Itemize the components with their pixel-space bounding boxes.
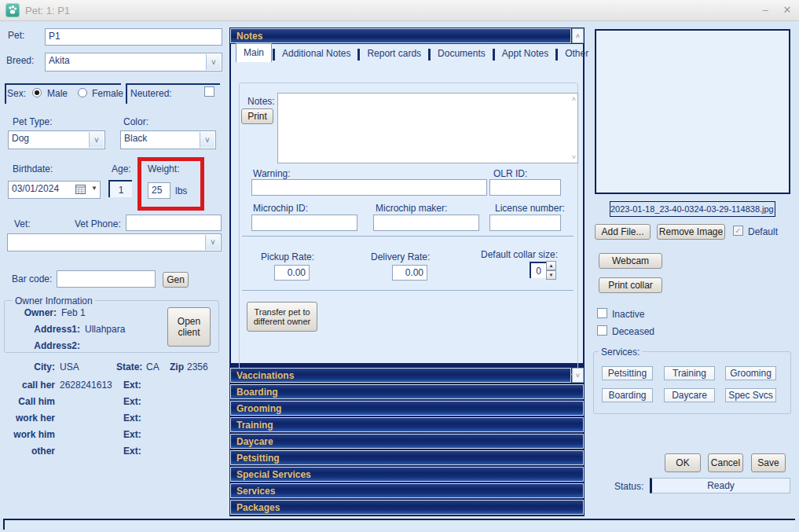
breed-label: Breed: xyxy=(6,55,34,66)
cancel-button[interactable]: Cancel xyxy=(708,453,743,472)
warning-input[interactable] xyxy=(251,179,487,196)
transfer-pet-button[interactable]: Transfer pet to different owner xyxy=(247,302,317,332)
default-label: Default xyxy=(748,226,778,237)
services-groupbox xyxy=(593,351,791,414)
chevron-down-icon[interactable]: ˅ xyxy=(89,132,104,148)
male-radio[interactable] xyxy=(32,88,42,97)
section-special-services[interactable]: Special Services xyxy=(230,467,584,482)
chevron-down-icon[interactable]: ˅ xyxy=(206,54,221,70)
bar-code-input[interactable] xyxy=(57,270,156,288)
breed-value: Akita xyxy=(49,55,70,66)
scroll-down-icon[interactable]: ˅ xyxy=(572,368,584,383)
section-services[interactable]: Services xyxy=(230,483,584,498)
zip-label: Zip xyxy=(170,361,184,372)
pet-name-input[interactable]: P1 xyxy=(45,28,222,46)
scroll-up-icon[interactable]: ˄ xyxy=(572,95,576,103)
male-label: Male xyxy=(47,88,68,99)
color-select[interactable]: Black ˅ xyxy=(120,130,216,149)
phone-row-ext: Ext: xyxy=(123,396,141,407)
service-spec-svcs-button[interactable]: Spec Svcs xyxy=(725,388,776,402)
add-file-button[interactable]: Add File... xyxy=(595,224,651,240)
chevron-down-icon[interactable]: ▼ xyxy=(91,185,97,192)
tab-main[interactable]: Main xyxy=(236,43,272,62)
save-button[interactable]: Save xyxy=(751,453,786,472)
phone-row-ext: Ext: xyxy=(123,380,141,391)
section-vaccinations[interactable]: Vaccinations xyxy=(230,368,571,383)
section-boarding[interactable]: Boarding xyxy=(230,384,584,399)
status-label: Status: xyxy=(614,481,643,492)
microchip-maker-input[interactable] xyxy=(373,215,479,231)
deceased-label: Deceased xyxy=(612,326,654,337)
vet-phone-label: Vet Phone: xyxy=(75,218,121,229)
pickup-rate-input[interactable]: 0.00 xyxy=(274,265,310,281)
vet-select[interactable]: ˅ xyxy=(7,233,222,251)
collar-size-input[interactable]: 0 xyxy=(530,262,546,278)
section-daycare[interactable]: Daycare xyxy=(230,434,584,449)
collapsed-bottom-panel xyxy=(3,519,795,530)
webcam-button[interactable]: Webcam xyxy=(599,253,662,269)
state-value: CA xyxy=(146,361,159,372)
minimize-icon[interactable]: – xyxy=(757,2,773,17)
microchip-id-label: Microchip ID: xyxy=(253,203,308,214)
spinner-up-icon[interactable]: ▲ xyxy=(546,261,556,270)
scroll-down-icon[interactable]: ˅ xyxy=(572,153,576,161)
status-value: Ready xyxy=(650,478,790,493)
service-boarding-button[interactable]: Boarding xyxy=(602,388,653,402)
chevron-down-icon[interactable]: ˅ xyxy=(200,132,214,148)
license-number-label: License number: xyxy=(495,203,565,214)
tab-separator xyxy=(493,49,495,61)
spinner-down-icon[interactable]: ▼ xyxy=(546,270,556,280)
olr-id-label: OLR ID: xyxy=(493,168,527,179)
tab-report-cards[interactable]: Report cards xyxy=(361,46,427,62)
open-client-button[interactable]: Open client xyxy=(167,307,211,347)
tab-additional-notes[interactable]: Additional Notes xyxy=(276,46,357,62)
print-button[interactable]: Print xyxy=(241,108,273,124)
female-radio[interactable] xyxy=(78,88,87,97)
address1-label: Address1: xyxy=(6,324,80,335)
phone-row-label: other xyxy=(6,446,55,457)
default-checkbox[interactable]: ✓ xyxy=(733,226,743,236)
close-icon[interactable]: ✕ xyxy=(779,2,795,17)
notes-textarea[interactable]: ˄ ˅ xyxy=(277,93,578,163)
scroll-up-icon[interactable]: ˄ xyxy=(572,28,584,43)
image-filename-input[interactable]: 2023-01-18_23-40-0324-03-29-114838.jpg xyxy=(610,201,775,217)
gen-button[interactable]: Gen xyxy=(163,272,189,288)
owner-info-legend: Owner Information xyxy=(13,295,95,306)
color-label: Color: xyxy=(123,116,148,127)
notes-tab-bar: Main Additional Notes Report cards Docum… xyxy=(236,46,599,62)
section-training[interactable]: Training xyxy=(230,417,584,432)
section-packages[interactable]: Packages xyxy=(230,500,584,515)
delivery-rate-input[interactable]: 0.00 xyxy=(392,265,427,281)
weight-input[interactable]: 25 xyxy=(148,182,170,199)
section-petsitting[interactable]: Petsitting xyxy=(230,450,584,465)
section-grooming[interactable]: Grooming xyxy=(230,401,584,416)
remove-image-button[interactable]: Remove Image xyxy=(657,224,725,240)
window-title: Pet: 1: P1 xyxy=(25,5,70,17)
vet-phone-input[interactable] xyxy=(126,215,222,231)
microchip-id-input[interactable] xyxy=(251,215,357,231)
tab-appt-notes[interactable]: Appt Notes xyxy=(496,46,555,62)
breed-select[interactable]: Akita ˅ xyxy=(45,53,222,72)
service-daycare-button[interactable]: Daycare xyxy=(664,388,715,402)
birthdate-input[interactable]: 03/01/2024 ▼ xyxy=(8,181,101,199)
neutered-checkbox[interactable] xyxy=(204,86,214,97)
service-grooming-button[interactable]: Grooming xyxy=(725,366,776,380)
notes-section-header[interactable]: Notes xyxy=(230,28,571,43)
tab-other[interactable]: Other xyxy=(559,46,595,62)
service-petsitting-button[interactable]: Petsitting xyxy=(602,366,653,380)
warning-label: Warning: xyxy=(253,168,291,179)
olr-id-input[interactable] xyxy=(489,179,561,196)
pet-type-select[interactable]: Dog ˅ xyxy=(8,130,105,149)
chevron-down-icon[interactable]: ˅ xyxy=(205,235,220,250)
inactive-label: Inactive xyxy=(612,309,644,320)
inactive-checkbox[interactable] xyxy=(597,308,607,318)
service-training-button[interactable]: Training xyxy=(664,366,715,380)
pet-label: Pet: xyxy=(8,30,24,41)
print-collar-button[interactable]: Print collar xyxy=(599,277,662,293)
phone-row-ext: Ext: xyxy=(123,413,141,424)
tab-documents[interactable]: Documents xyxy=(431,46,492,62)
license-number-input[interactable] xyxy=(489,215,561,231)
deceased-checkbox[interactable] xyxy=(597,325,607,336)
calendar-icon[interactable] xyxy=(75,184,86,196)
ok-button[interactable]: OK xyxy=(665,453,701,472)
